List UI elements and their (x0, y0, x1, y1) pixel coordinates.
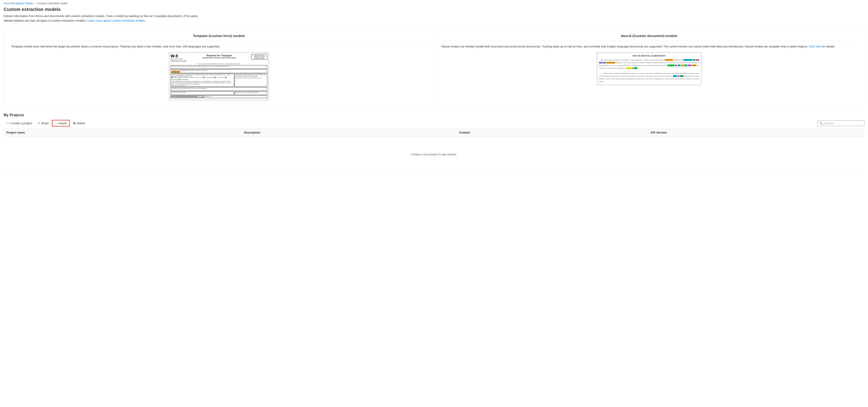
sort-icon: ↓ (472, 132, 473, 134)
share-button[interactable]: ↗ Share (35, 120, 51, 126)
neural-card-title: Neural (Custom document) models (441, 34, 857, 41)
search-box[interactable]: 🔍 (817, 120, 864, 126)
breadcrumb-current: Custom extraction model (37, 2, 67, 5)
col-project-name: Project name (4, 128, 241, 137)
plus-icon: + (6, 121, 8, 125)
col-created[interactable]: Created ↓ (457, 128, 648, 137)
import-button[interactable]: → Import (52, 120, 70, 126)
template-card-title: Template (Custom form) models (11, 34, 427, 41)
learn-more-link[interactable]: Learn more about custom extraction model… (88, 19, 146, 22)
page-title: Custom extraction models (4, 7, 864, 12)
table-header: Project name Description Created ↓ API V… (4, 128, 864, 137)
projects-table: Project name Description Created ↓ API V… (4, 128, 864, 172)
col-description: Description (241, 128, 456, 137)
breadcrumb: Form Recognizer Studio > Custom extracti… (0, 0, 868, 7)
breadcrumb-studio-link[interactable]: Form Recognizer Studio (4, 2, 33, 5)
col-api-version: API Version (648, 128, 864, 137)
create-project-button[interactable]: + + Create a project (4, 120, 34, 126)
delete-button[interactable]: 🗑 Delete (70, 120, 88, 126)
breadcrumb-separator: > (34, 2, 36, 5)
click-here-link[interactable]: Click here (809, 45, 822, 48)
page-description: Extract information from forms and docum… (4, 14, 208, 23)
template-card-desc: Template models work well when the targe… (11, 44, 427, 49)
projects-section: My Projects + + Create a project ↗ Share… (4, 113, 864, 172)
search-input[interactable] (824, 121, 862, 125)
projects-toolbar: + + Create a project ↗ Share → Import 🗑 … (4, 120, 864, 128)
search-icon: 🔍 (819, 121, 823, 125)
neural-card-desc: Neural models can flexibly handle both s… (441, 44, 857, 49)
w9-form-preview: W-9 Rev. October 2018 Department of the … (169, 53, 269, 100)
table-body: Create a new project to get started. (4, 137, 864, 172)
import-icon: → (55, 121, 58, 125)
empty-state-message: Create a new project to get started. (6, 139, 862, 170)
rental-agreement-preview: HOUSE RENTAL AGREEMENT This House Rental… (597, 53, 701, 85)
page-content: Custom extraction models Extract informa… (0, 7, 868, 179)
template-model-card: Template (Custom form) models Template m… (4, 28, 434, 106)
model-cards-container: Template (Custom form) models Template m… (4, 28, 864, 106)
toolbar-left: + + Create a project ↗ Share → Import 🗑 … (4, 120, 87, 126)
projects-section-title: My Projects (4, 113, 864, 117)
delete-icon: 🗑 (73, 121, 76, 125)
share-icon: ↗ (37, 121, 40, 125)
neural-model-card: Neural (Custom document) models Neural m… (434, 28, 864, 106)
